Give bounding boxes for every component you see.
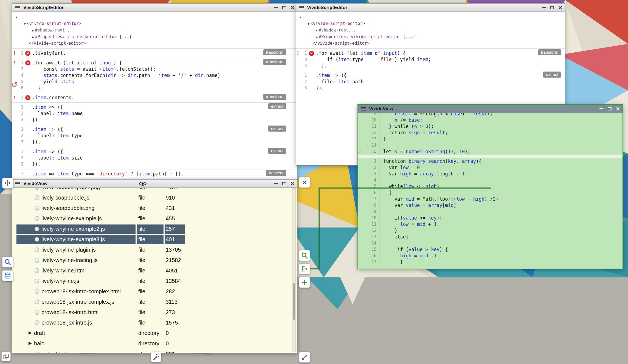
code-line[interactable]: 3}). bbox=[12, 117, 297, 123]
code-line[interactable]: 6 { bbox=[358, 190, 623, 196]
code-line[interactable]: 16 high = mid -1 bbox=[358, 253, 623, 259]
code-text[interactable]: var value = array[mid] bbox=[379, 202, 456, 209]
code-line[interactable]: 8 var value = array[mid] bbox=[358, 202, 623, 209]
code-line[interactable]: 11 } while (n > 0); bbox=[358, 123, 623, 130]
code-line[interactable]: 6 }. bbox=[12, 85, 297, 91]
move-halo-button[interactable] bbox=[2, 178, 13, 189]
code-text[interactable]: .item => ({ bbox=[32, 104, 63, 110]
code-text[interactable]: var low = 0 bbox=[379, 164, 420, 171]
code-text[interactable]: const stats = await (item).fetchStats(); bbox=[32, 66, 156, 72]
code-text[interactable]: while(low <= high) bbox=[379, 183, 440, 190]
code-text[interactable]: }). bbox=[32, 161, 41, 167]
chevron-collapsed-icon[interactable]: ▶ bbox=[316, 29, 318, 32]
code-text[interactable]: .for await (let item of input) { bbox=[316, 50, 406, 56]
maximize-button[interactable] bbox=[282, 6, 286, 9]
file-row[interactable]: proweb18-jsx-intro.htmlfile273 bbox=[12, 307, 297, 318]
code-text[interactable]: if (value > key) { bbox=[379, 246, 448, 253]
dom-tree-row[interactable]: ▼<vivide-script-editor> bbox=[12, 21, 297, 27]
maximize-button[interactable] bbox=[608, 107, 612, 110]
code-text[interactable]: function binary_search(key, array){ bbox=[379, 158, 481, 164]
code-line[interactable]: 12 } bbox=[358, 228, 623, 234]
file-row[interactable]: lively-soapbubble.jsfile910 bbox=[12, 193, 297, 203]
file-row[interactable]: lively-soapbubble.pngfile431 bbox=[12, 203, 297, 214]
code-text[interactable]: label: item.name bbox=[32, 110, 83, 117]
code-line[interactable]: 5 while(low <= high) bbox=[358, 183, 623, 190]
code-text[interactable]: return sign + result; bbox=[379, 130, 448, 136]
search-halo-button[interactable] bbox=[2, 257, 13, 268]
code-text[interactable]: stats.contents.forEach(dir => dir.path =… bbox=[32, 72, 220, 79]
close-button[interactable]: × bbox=[616, 106, 620, 112]
code-text[interactable] bbox=[379, 209, 383, 215]
code-line[interactable]: 1.item => ({ bbox=[12, 149, 297, 155]
dom-tree-row[interactable]: ▶#shadow-root... bbox=[12, 27, 297, 34]
scrollbar-thumb[interactable] bbox=[293, 283, 295, 320]
error-badge-icon[interactable]: × bbox=[309, 51, 314, 56]
code-line[interactable]: 5 yield stats bbox=[12, 79, 297, 85]
code-text[interactable]: } while (n > 0); bbox=[379, 123, 434, 130]
code-line[interactable]: 7 var mid = Math.floor((low + high) /2) bbox=[358, 196, 623, 202]
code-line[interactable]: 11 low = mid + 1 bbox=[358, 221, 623, 228]
code-text[interactable]: } bbox=[379, 259, 403, 265]
chevron-collapsed-icon[interactable]: ▶ bbox=[32, 29, 34, 32]
code-text[interactable]: n /= base; bbox=[379, 117, 423, 123]
file-row[interactable]: lively-whyline-plugin.jsfile13705 bbox=[12, 245, 297, 255]
code-line[interactable]: 4 }. bbox=[296, 63, 565, 69]
code-line[interactable]: 1.item => ({ bbox=[12, 104, 297, 110]
code-text[interactable]: file: item.path bbox=[316, 79, 364, 85]
code-line[interactable]: !1×.item.contents. bbox=[12, 95, 297, 101]
error-badge-icon[interactable]: × bbox=[25, 60, 30, 66]
menu-icon[interactable] bbox=[15, 6, 20, 9]
code-line[interactable]: 1function binary_search(key, array){ bbox=[358, 158, 623, 164]
dom-tree-row[interactable]: ▼<vivide-script-editor> bbox=[296, 21, 565, 27]
code-line[interactable]: 12 return sign + result; bbox=[358, 130, 623, 136]
code-text[interactable]: }. bbox=[32, 85, 43, 91]
export-connection-halo-button[interactable] bbox=[299, 263, 310, 274]
code-text[interactable]: .item => ({ bbox=[32, 126, 63, 133]
code-text[interactable]: .item.contents. bbox=[32, 95, 74, 101]
titlebar[interactable]: VivideView × bbox=[358, 105, 623, 113]
scrollbar-track[interactable] bbox=[292, 188, 296, 352]
file-row[interactable]: lively-whyline-tracing.jsfile21582 bbox=[12, 255, 297, 266]
code-text[interactable]: let s = numberToString(13, 10); bbox=[379, 149, 470, 155]
code-line[interactable]: 1.item => ({ bbox=[296, 72, 565, 79]
menu-icon[interactable] bbox=[299, 6, 304, 9]
code-line[interactable]: 14 bbox=[358, 142, 623, 149]
dom-tree-row[interactable]: ▶#shadow-root... bbox=[296, 27, 565, 34]
dom-tree-row[interactable]: ▼... bbox=[12, 14, 297, 21]
minimize-button[interactable] bbox=[599, 108, 603, 109]
code-line[interactable]: 10 n /= base; bbox=[358, 117, 623, 123]
code-text[interactable]: .for await (let item of input) { bbox=[32, 60, 122, 66]
code-line[interactable]: 3 const stats = await (item).fetchStats(… bbox=[12, 66, 297, 72]
file-row[interactable]: lively-whyline-example.jsfile455 bbox=[12, 214, 297, 224]
code-line[interactable]: 9 bbox=[358, 209, 623, 215]
chevron-expanded-icon[interactable]: ▼ bbox=[16, 16, 18, 19]
code-text[interactable]: } bbox=[379, 136, 386, 142]
code-text[interactable] bbox=[379, 142, 383, 149]
chevron-expanded-icon[interactable]: ▼ bbox=[308, 22, 309, 26]
code-line[interactable]: 2 label: item.name bbox=[12, 110, 297, 117]
close-button[interactable]: × bbox=[558, 4, 562, 11]
eye-icon[interactable] bbox=[139, 181, 147, 187]
expand-triangle-icon[interactable]: ▶ bbox=[29, 330, 32, 335]
code-text[interactable]: label: item.size bbox=[32, 155, 83, 161]
code-text[interactable] bbox=[379, 240, 383, 246]
code-line[interactable]: 13 else{ bbox=[358, 234, 623, 240]
code-text[interactable]: .item => ({ bbox=[32, 149, 63, 155]
code-line[interactable]: 14 bbox=[358, 240, 623, 246]
code-line[interactable]: 10 if(value <= key){ bbox=[358, 215, 623, 221]
error-badge-icon[interactable]: × bbox=[25, 51, 30, 56]
code-text[interactable]: { bbox=[379, 190, 392, 196]
file-row[interactable]: lively-whyline-example2.jsfile257 bbox=[12, 224, 297, 234]
code-line[interactable]: !1×.lively4url. bbox=[12, 50, 297, 56]
code-text[interactable]: .lively4url. bbox=[32, 50, 66, 56]
maximize-button[interactable] bbox=[282, 182, 286, 185]
code-text[interactable]: else{ bbox=[379, 234, 409, 240]
chevron-expanded-icon[interactable]: ▼ bbox=[299, 16, 301, 19]
code-line[interactable]: 1.item => item.type === 'directory' ? [i… bbox=[12, 171, 297, 177]
code-line[interactable]: 2 var low = 0 bbox=[358, 164, 623, 171]
dom-tree-row[interactable]: ▶#Properties: vivide-script-editor {...} bbox=[296, 34, 565, 40]
code-text[interactable]: result = String(n % base) + result; bbox=[379, 113, 493, 117]
chevron-collapsed-icon[interactable]: ▶ bbox=[32, 35, 34, 39]
minimize-button[interactable] bbox=[274, 7, 278, 8]
file-row[interactable]: proweb18-jsx-intro-complex.htmlfile282 bbox=[12, 286, 297, 297]
